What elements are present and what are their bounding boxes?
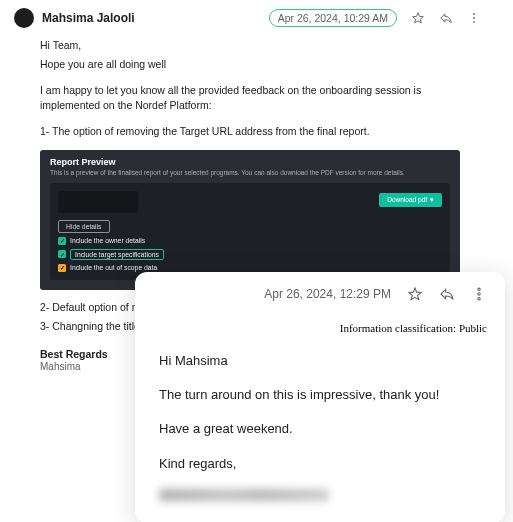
- reply-icon[interactable]: [439, 286, 455, 302]
- header-actions: [411, 11, 481, 25]
- download-pdf-button[interactable]: Download pdf ▾: [379, 193, 442, 207]
- redacted-signature: [159, 489, 329, 501]
- download-label: Download pdf: [387, 196, 427, 203]
- report-title: Report Preview: [50, 157, 450, 167]
- svg-point-4: [478, 293, 480, 295]
- svg-point-3: [478, 288, 480, 290]
- checkbox-icon[interactable]: ✓: [58, 237, 66, 245]
- check-label-2: Include target specifications: [70, 249, 164, 260]
- checkbox-icon[interactable]: ✓: [58, 250, 66, 258]
- avatar: [14, 8, 34, 28]
- more-icon[interactable]: [471, 286, 487, 302]
- check-row-3[interactable]: ✓ Include the out of scope data: [58, 264, 442, 272]
- sender-name: Mahsima Jalooli: [42, 11, 261, 25]
- timestamp-highlighted: Apr 26, 2024, 10:29 AM: [269, 9, 397, 27]
- reply-greeting: Hi Mahsima: [159, 352, 487, 370]
- svg-point-2: [473, 21, 475, 23]
- hide-details-button[interactable]: Hide details: [58, 220, 110, 233]
- download-icon: ▾: [430, 196, 434, 204]
- reply-header: Apr 26, 2024, 12:29 PM: [153, 286, 487, 312]
- email-body: Hi Team, Hope you are all doing well I a…: [10, 38, 485, 140]
- intro-line: I am happy to let you know all the provi…: [40, 83, 475, 115]
- check-label-1: Include the owner details: [70, 237, 145, 244]
- star-icon[interactable]: [411, 11, 425, 25]
- greeting-line: Hi Team,: [40, 38, 475, 54]
- svg-point-1: [473, 17, 475, 19]
- reply-body: Hi Mahsima The turn around on this is im…: [153, 352, 487, 501]
- item-1: 1- The option of removing the Target URL…: [40, 124, 475, 140]
- check-row-1[interactable]: ✓ Include the owner details: [58, 237, 442, 245]
- svg-point-5: [478, 297, 480, 299]
- reply-line-3: Have a great weekend.: [159, 420, 487, 438]
- checkbox-icon[interactable]: ✓: [58, 264, 66, 272]
- classification-label: Information classification: Public: [153, 322, 487, 334]
- email-card-reply: Apr 26, 2024, 12:29 PM Information class…: [135, 272, 505, 522]
- check-row-2[interactable]: ✓ Include target specifications: [58, 249, 442, 260]
- report-preview-widget: Report Preview This is a preview of the …: [40, 150, 460, 290]
- reply-signoff: Kind regards,: [159, 455, 487, 473]
- greeting-line2: Hope you are all doing well: [40, 57, 475, 73]
- report-body: Download pdf ▾ Hide details ✓ Include th…: [50, 183, 450, 280]
- reply-timestamp: Apr 26, 2024, 12:29 PM: [264, 287, 391, 301]
- svg-point-0: [473, 13, 475, 15]
- check-label-3: Include the out of scope data: [70, 264, 157, 271]
- email-header: Mahsima Jalooli Apr 26, 2024, 10:29 AM: [10, 2, 485, 38]
- more-icon[interactable]: [467, 11, 481, 25]
- reply-line-2: The turn around on this is impressive, t…: [159, 386, 487, 404]
- star-icon[interactable]: [407, 286, 423, 302]
- report-thumbnail: [58, 191, 138, 213]
- reply-icon[interactable]: [439, 11, 453, 25]
- report-subtitle: This is a preview of the finalised repor…: [50, 169, 450, 176]
